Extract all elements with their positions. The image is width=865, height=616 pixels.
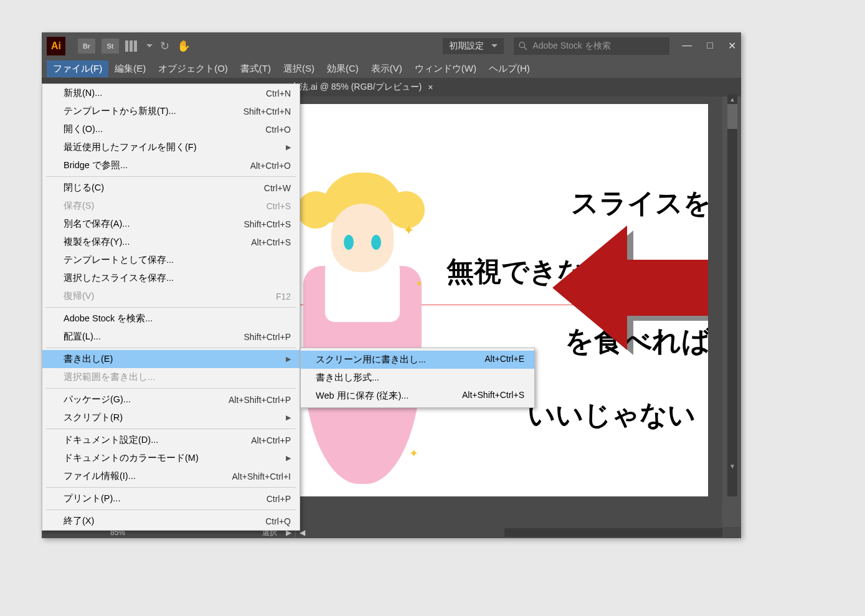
menu-edit[interactable]: 編集(E) <box>108 60 152 77</box>
canvas-text-1: スライスを <box>571 185 708 222</box>
menu-item-label: テンプレートとして保存... <box>64 254 291 266</box>
menu-item-label: スクリプト(R) <box>64 412 286 424</box>
scrollbar-thumb[interactable] <box>727 104 737 129</box>
submenu-item-label: スクリーン用に書き出し... <box>316 354 484 366</box>
menu-shortcut: Alt+Ctrl+O <box>250 161 291 171</box>
menu-item[interactable]: パッケージ(G)...Alt+Shift+Ctrl+P <box>42 391 300 409</box>
menu-item-label: 保存(S) <box>64 200 267 212</box>
menu-item[interactable]: 選択したスライスを保存... <box>42 269 300 287</box>
menu-item-label: ドキュメント設定(D)... <box>64 434 251 446</box>
menu-item[interactable]: ファイル情報(I)...Alt+Shift+Ctrl+I <box>42 467 300 485</box>
close-button[interactable]: ✕ <box>728 40 736 52</box>
minimize-button[interactable]: — <box>682 40 692 52</box>
menu-item[interactable]: ドキュメントのカラーモード(M)▶ <box>42 449 300 467</box>
menu-shortcut: Ctrl+W <box>264 183 291 193</box>
menu-item-label: ファイル情報(I)... <box>64 470 232 482</box>
gpu-perf-icon[interactable]: ↻ <box>160 39 169 53</box>
menu-file[interactable]: ファイル(F) <box>47 60 108 77</box>
menu-shortcut: Shift+Ctrl+N <box>243 107 291 116</box>
scroll-down-icon[interactable]: ▼ <box>727 461 737 471</box>
menu-window[interactable]: ウィンドウ(W) <box>409 60 483 77</box>
menu-shortcut: Alt+Ctrl+S <box>251 237 291 247</box>
workspace-dropdown[interactable]: 初期設定 <box>443 38 504 54</box>
menu-item-label: 復帰(V) <box>64 290 276 302</box>
scroll-up-icon[interactable]: ▲ <box>727 94 737 104</box>
menu-item-label: 配置(L)... <box>64 331 244 343</box>
menu-object[interactable]: オブジェクト(O) <box>152 60 234 77</box>
svg-point-0 <box>519 42 525 47</box>
menu-item[interactable]: スクリプト(R)▶ <box>42 409 300 427</box>
menu-shortcut: Ctrl+N <box>266 88 291 98</box>
menu-separator <box>46 348 296 348</box>
menu-shortcut: Alt+Shift+Ctrl+P <box>229 395 291 405</box>
menu-item[interactable]: 別名で保存(A)...Shift+Ctrl+S <box>42 215 300 233</box>
menu-item[interactable]: 書き出し(E)▶ <box>42 350 300 368</box>
arrange-documents-icon[interactable] <box>125 40 153 52</box>
menu-item[interactable]: ドキュメント設定(D)...Alt+Ctrl+P <box>42 431 300 449</box>
vertical-scrollbar[interactable] <box>727 104 737 496</box>
submenu-item-label: Web 用に保存 (従来)... <box>316 390 462 402</box>
menu-item-label: 書き出し(E) <box>64 353 286 365</box>
menu-effect[interactable]: 効果(C) <box>321 60 365 77</box>
menu-item: 保存(S)Ctrl+S <box>42 197 300 215</box>
titlebar: Ai Br St ↻ ✋ 初期設定 Adobe Stock を検索 — □ ✕ <box>42 32 741 59</box>
menu-item[interactable]: テンプレートとして保存... <box>42 251 300 269</box>
menu-shortcut: Ctrl+O <box>265 125 291 135</box>
touch-icon[interactable]: ✋ <box>177 39 191 53</box>
horizontal-scrollbar[interactable] <box>504 528 722 537</box>
menu-item[interactable]: プリント(P)...Ctrl+P <box>42 490 300 508</box>
menu-separator <box>46 307 296 308</box>
menu-item[interactable]: 終了(X)Ctrl+Q <box>42 512 300 530</box>
menu-item: 復帰(V)F12 <box>42 287 300 305</box>
menu-shortcut: Alt+Ctrl+P <box>251 435 291 445</box>
menu-item[interactable]: Bridge で参照...Alt+Ctrl+O <box>42 156 300 174</box>
menu-select[interactable]: 選択(S) <box>277 60 321 77</box>
workspace-label: 初期設定 <box>449 40 484 52</box>
submenu-item[interactable]: Web 用に保存 (従来)...Alt+Shift+Ctrl+S <box>301 387 534 405</box>
menu-view[interactable]: 表示(V) <box>365 60 409 77</box>
menu-type[interactable]: 書式(T) <box>234 60 277 77</box>
submenu-arrow-icon: ▶ <box>286 143 291 151</box>
menu-item-label: 新規(N)... <box>64 87 266 99</box>
menu-item-label: 開く(O)... <box>64 123 265 135</box>
submenu-item-label: 書き出し形式... <box>316 372 524 384</box>
export-submenu: スクリーン用に書き出し...Alt+Ctrl+E書き出し形式...Web 用に保… <box>300 348 535 408</box>
stock-search-input[interactable]: Adobe Stock を検索 <box>514 37 669 55</box>
app-logo-icon: Ai <box>47 37 65 55</box>
search-icon <box>519 42 527 50</box>
menu-item-label: 閉じる(C) <box>64 182 264 194</box>
submenu-arrow-icon: ▶ <box>286 454 291 462</box>
menu-separator <box>46 429 296 429</box>
menu-item[interactable]: 配置(L)...Shift+Ctrl+P <box>42 328 300 346</box>
bridge-icon[interactable]: Br <box>78 39 95 54</box>
close-tab-icon[interactable]: × <box>428 82 433 92</box>
menu-item[interactable]: 最近使用したファイルを開く(F)▶ <box>42 138 300 156</box>
menu-item[interactable]: 新規(N)...Ctrl+N <box>42 84 300 102</box>
submenu-arrow-icon: ▶ <box>286 414 291 422</box>
menu-item[interactable]: テンプレートから新規(T)...Shift+Ctrl+N <box>42 102 300 120</box>
menu-item-label: プリント(P)... <box>64 493 267 505</box>
menu-item[interactable]: Adobe Stock を検索... <box>42 310 300 328</box>
chevron-down-icon <box>491 44 498 47</box>
sparkle-icon: ✦ <box>409 447 418 460</box>
svg-marker-3 <box>552 225 708 350</box>
menu-help[interactable]: ヘルプ(H) <box>483 60 536 77</box>
menu-item-label: テンプレートから新規(T)... <box>64 105 243 117</box>
menu-item-label: ドキュメントのカラーモード(M) <box>64 452 286 464</box>
window-controls: — □ ✕ <box>682 40 736 52</box>
document-tab-title: 方法.ai @ 85% (RGB/プレビュー) <box>291 82 422 93</box>
menu-item[interactable]: 閉じる(C)Ctrl+W <box>42 179 300 197</box>
menu-item[interactable]: 開く(O)...Ctrl+O <box>42 120 300 138</box>
nav-prev-icon[interactable]: ◀ <box>300 528 305 537</box>
submenu-item[interactable]: 書き出し形式... <box>301 369 534 387</box>
svg-line-1 <box>524 47 527 49</box>
menu-item-label: Bridge で参照... <box>64 159 250 171</box>
submenu-item[interactable]: スクリーン用に書き出し...Alt+Ctrl+E <box>301 351 534 369</box>
file-menu-dropdown: 新規(N)...Ctrl+Nテンプレートから新規(T)...Shift+Ctrl… <box>42 83 300 531</box>
maximize-button[interactable]: □ <box>707 40 713 52</box>
annotation-arrow-icon <box>552 225 708 350</box>
canvas-text-4: いいじゃない <box>527 397 696 434</box>
stock-icon[interactable]: St <box>102 39 119 54</box>
menu-item[interactable]: 複製を保存(Y)...Alt+Ctrl+S <box>42 233 300 251</box>
search-placeholder: Adobe Stock を検索 <box>532 40 610 52</box>
